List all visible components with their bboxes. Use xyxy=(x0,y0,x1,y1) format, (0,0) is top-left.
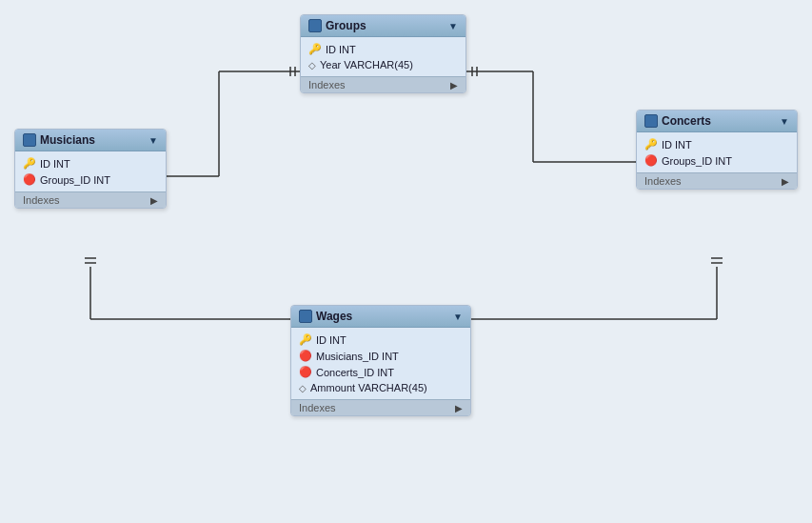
field-name: ID INT xyxy=(40,158,70,170)
pk-icon: 🔑 xyxy=(299,333,312,346)
chevron-down-icon[interactable]: ▼ xyxy=(453,312,463,322)
table-icon xyxy=(299,310,312,323)
table-wages-footer: Indexes ▶ xyxy=(291,399,470,415)
table-concerts-header: Concerts ▼ xyxy=(637,111,797,132)
diamond-icon: ◇ xyxy=(308,60,316,70)
table-row: ◇ Year VARCHAR(45) xyxy=(308,57,458,72)
table-groups[interactable]: Groups ▼ 🔑 ID INT ◇ Year VARCHAR(45) Ind… xyxy=(300,14,466,93)
expand-icon[interactable]: ▶ xyxy=(455,403,463,413)
table-concerts-footer: Indexes ▶ xyxy=(637,172,797,189)
table-musicians[interactable]: Musicians ▼ 🔑 ID INT 🔴 Groups_ID INT Ind… xyxy=(14,129,167,209)
pk-icon: 🔑 xyxy=(308,43,322,55)
field-name: ID INT xyxy=(316,334,347,346)
fk-icon: 🔴 xyxy=(23,173,36,186)
pk-icon: 🔑 xyxy=(644,138,658,151)
indexes-label: Indexes xyxy=(308,79,346,91)
table-groups-footer: Indexes ▶ xyxy=(301,76,465,92)
indexes-label: Indexes xyxy=(299,402,336,413)
chevron-down-icon[interactable]: ▼ xyxy=(149,135,158,146)
field-name: Groups_ID INT xyxy=(662,155,732,167)
table-row: 🔴 Groups_ID INT xyxy=(644,152,789,169)
table-musicians-title: Musicians xyxy=(40,133,95,147)
table-row: 🔑 ID INT xyxy=(299,332,463,348)
table-wages-header: Wages ▼ xyxy=(291,306,470,328)
field-name: ID INT xyxy=(662,139,692,151)
fk-icon: 🔴 xyxy=(299,350,312,362)
table-concerts-title: Concerts xyxy=(662,114,711,128)
table-concerts-body: 🔑 ID INT 🔴 Groups_ID INT xyxy=(637,132,797,172)
erd-canvas: Groups ▼ 🔑 ID INT ◇ Year VARCHAR(45) Ind… xyxy=(0,0,812,523)
field-name: Groups_ID INT xyxy=(40,174,110,186)
table-row: 🔑 ID INT xyxy=(644,136,789,152)
table-wages-title: Wages xyxy=(316,310,352,323)
indexes-label: Indexes xyxy=(23,194,60,206)
indexes-label: Indexes xyxy=(644,175,682,187)
expand-icon[interactable]: ▶ xyxy=(150,195,158,206)
chevron-down-icon[interactable]: ▼ xyxy=(448,21,458,31)
field-name: Year VARCHAR(45) xyxy=(320,59,413,70)
pk-icon: 🔑 xyxy=(23,157,36,170)
field-name: ID INT xyxy=(326,44,356,55)
table-row: 🔴 Concerts_ID INT xyxy=(299,364,463,380)
field-name: Concerts_ID INT xyxy=(316,367,394,378)
table-wages-body: 🔑 ID INT 🔴 Musicians_ID INT 🔴 Concerts_I… xyxy=(291,328,470,399)
chevron-down-icon[interactable]: ▼ xyxy=(780,116,789,127)
table-groups-title: Groups xyxy=(326,19,366,32)
table-icon xyxy=(308,19,322,32)
table-icon xyxy=(644,114,658,128)
fk-icon: 🔴 xyxy=(299,366,312,378)
table-row: 🔑 ID INT xyxy=(23,155,158,171)
table-musicians-footer: Indexes ▶ xyxy=(15,191,166,208)
expand-icon[interactable]: ▶ xyxy=(450,80,458,91)
table-row: 🔴 Musicians_ID INT xyxy=(299,348,463,364)
field-name: Musicians_ID INT xyxy=(316,351,399,362)
diamond-icon: ◇ xyxy=(299,383,307,393)
table-groups-body: 🔑 ID INT ◇ Year VARCHAR(45) xyxy=(301,37,465,76)
table-wages[interactable]: Wages ▼ 🔑 ID INT 🔴 Musicians_ID INT 🔴 Co… xyxy=(290,305,471,416)
expand-icon[interactable]: ▶ xyxy=(782,176,789,187)
table-musicians-body: 🔑 ID INT 🔴 Groups_ID INT xyxy=(15,151,166,191)
table-row: 🔴 Groups_ID INT xyxy=(23,171,158,188)
table-concerts[interactable]: Concerts ▼ 🔑 ID INT 🔴 Groups_ID INT Inde… xyxy=(636,110,798,190)
table-icon xyxy=(23,133,36,147)
fk-icon: 🔴 xyxy=(644,154,658,167)
table-row: ◇ Ammount VARCHAR(45) xyxy=(299,380,463,395)
table-musicians-header: Musicians ▼ xyxy=(15,130,166,151)
field-name: Ammount VARCHAR(45) xyxy=(310,382,427,393)
table-groups-header: Groups ▼ xyxy=(301,15,465,37)
table-row: 🔑 ID INT xyxy=(308,41,458,57)
